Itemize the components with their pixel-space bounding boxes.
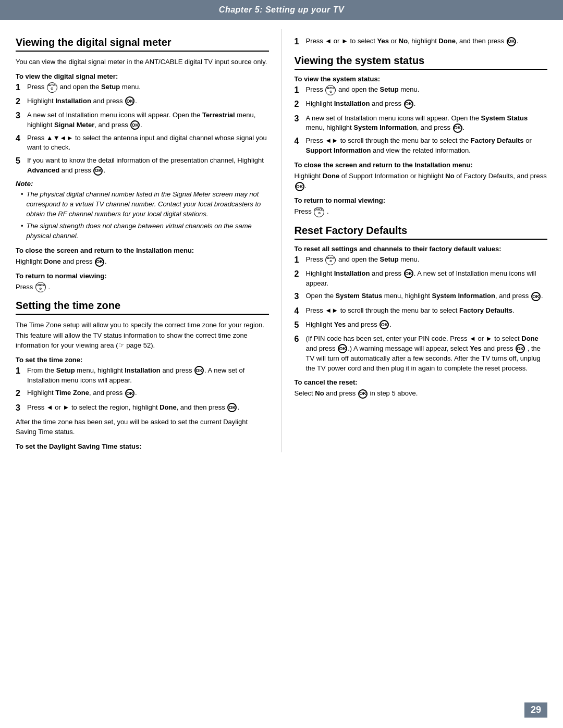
right-column: 1 Press ◄ or ► to select Yes or No, high… (282, 29, 548, 452)
cancel-reset-heading: To cancel the reset: (295, 378, 548, 386)
section2-intro: The Time Zone setup will allow you to sp… (16, 320, 269, 351)
reset-step-6: 6 (If PIN code has been set, enter your … (295, 334, 548, 373)
set-timezone-heading: To set the time zone: (16, 356, 269, 364)
ok-icon: OK (95, 257, 104, 267)
section2-title: Setting the time zone (16, 300, 269, 315)
page-number: 29 (524, 702, 547, 718)
cancel-icon: CANCEL⊙ (35, 282, 46, 292)
page-wrapper: Chapter 5: Setting up your TV Viewing th… (0, 0, 563, 728)
ok-icon: OK (93, 166, 103, 176)
dst-step-1: 1 Press ◄ or ► to select Yes or No, high… (295, 36, 548, 47)
ok-icon: OK (516, 344, 525, 353)
sys-step-1: 1 Press SETUP⊙ and open the Setup menu. (295, 85, 548, 96)
tz-step-3: 3 Press ◄ or ► to select the region, hig… (16, 403, 269, 414)
close-heading-1: To close the screen and return to the In… (16, 246, 269, 254)
note-box: Note: The physical digital channel numbe… (16, 180, 269, 241)
section1-intro: You can view the digital signal meter in… (16, 57, 269, 67)
dst-heading: To set the Daylight Saving Time status: (16, 442, 269, 450)
ok-icon: OK (404, 100, 413, 109)
chapter-header: Chapter 5: Setting up your TV (0, 0, 563, 20)
return-text-1: Press CANCEL⊙ . (16, 282, 269, 293)
section-time-zone: Setting the time zone The Time Zone setu… (16, 300, 269, 450)
reset-step-5: 5 Highlight Yes and press OK. (295, 320, 548, 331)
reset-heading: To reset all settings and channels to th… (295, 245, 548, 253)
section-digital-signal-meter: Viewing the digital signal meter You can… (16, 36, 269, 292)
dst-steps: 1 Press ◄ or ► to select Yes or No, high… (295, 36, 548, 47)
section1-title: Viewing the digital signal meter (16, 36, 269, 52)
close-text-1: Highlight Done and press OK. (16, 256, 269, 267)
tz-step-1: 1 From the Setup menu, highlight Install… (16, 366, 269, 386)
ok-icon: OK (338, 344, 347, 353)
sys-step-2: 2 Highlight Installation and press OK. (295, 99, 548, 110)
note-bullet-1: The physical digital channel number list… (21, 190, 269, 219)
ok-icon: OK (125, 389, 134, 398)
return-text-2: Press CANCEL⊙ . (295, 206, 548, 217)
step-2: 2 Highlight Installation and press OK. (16, 96, 269, 107)
section3-title: Viewing the system status (295, 55, 548, 70)
reset-step-4: 4 Press ◄► to scroll through the menu ba… (295, 306, 548, 317)
cancel-icon: CANCEL⊙ (314, 207, 324, 217)
reset-step-2: 2 Highlight Installation and press OK. A… (295, 269, 548, 289)
ok-icon: OK (531, 292, 541, 301)
reset-steps: 1 Press SETUP⊙ and open the Setup menu. … (295, 255, 548, 374)
view-digital-heading: To view the digital signal meter: (16, 72, 269, 80)
ok-icon: OK (227, 403, 237, 412)
view-digital-steps: 1 Press SETUP⊙ and open the Setup menu. … (16, 82, 269, 176)
page-body: Viewing the digital signal meter You can… (0, 29, 563, 463)
cancel-reset-text: Select No and press OK in step 5 above. (295, 388, 548, 399)
ok-icon: OK (130, 120, 140, 130)
ok-icon: OK (507, 37, 516, 46)
ok-icon: OK (453, 124, 462, 133)
ok-icon: OK (194, 366, 204, 375)
step-1: 1 Press SETUP⊙ and open the Setup menu. (16, 82, 269, 93)
setup-icon: SETUP⊙ (47, 82, 57, 93)
section4-title: Reset Factory Defaults (295, 225, 548, 240)
return-heading-2: To return to normal viewing: (295, 196, 548, 204)
step-4: 4 Press ▲▼◄► to select the antenna input… (16, 133, 269, 153)
sys-step-3: 3 A new set of Installation menu icons w… (295, 114, 548, 133)
ok-icon: OK (125, 96, 134, 106)
note-bullets: The physical digital channel number list… (21, 190, 269, 241)
setup-icon: SETUP⊙ (325, 85, 336, 95)
setup-icon: SETUP⊙ (325, 255, 336, 265)
return-heading-1: To return to normal viewing: (16, 272, 269, 280)
close-text-2: Highlight Done of Support Information or… (295, 171, 548, 191)
ok-icon: OK (295, 182, 304, 191)
set-timezone-steps: 1 From the Setup menu, highlight Install… (16, 366, 269, 414)
ok-icon: OK (380, 320, 389, 329)
section-factory-defaults: Reset Factory Defaults To reset all sett… (295, 225, 548, 399)
note-bullet-2: The signal strength does not change betw… (21, 221, 269, 241)
step-5: 5 If you want to know the detail informa… (16, 156, 269, 176)
section-system-status: Viewing the system status To view the sy… (295, 55, 548, 217)
note-label: Note: (16, 180, 33, 188)
ok-icon: OK (358, 389, 368, 399)
left-column: Viewing the digital signal meter You can… (16, 29, 282, 452)
sys-step-4: 4 Press ◄► to scroll through the menu ba… (295, 136, 548, 156)
chapter-title: Chapter 5: Setting up your TV (219, 5, 344, 14)
step-3: 3 A new set of Installation menu icons w… (16, 110, 269, 130)
reset-step-1: 1 Press SETUP⊙ and open the Setup menu. (295, 255, 548, 266)
view-system-heading: To view the system status: (295, 75, 548, 83)
close-heading-2: To close the screen and return to the In… (295, 161, 548, 169)
reset-step-3: 3 Open the System Status menu, highlight… (295, 291, 548, 302)
after-timezone-text: After the time zone has been set, you wi… (16, 417, 269, 437)
ok-icon: OK (404, 269, 413, 278)
tz-step-2: 2 Highlight Time Zone, and press OK. (16, 388, 269, 399)
view-system-steps: 1 Press SETUP⊙ and open the Setup menu. … (295, 85, 548, 156)
